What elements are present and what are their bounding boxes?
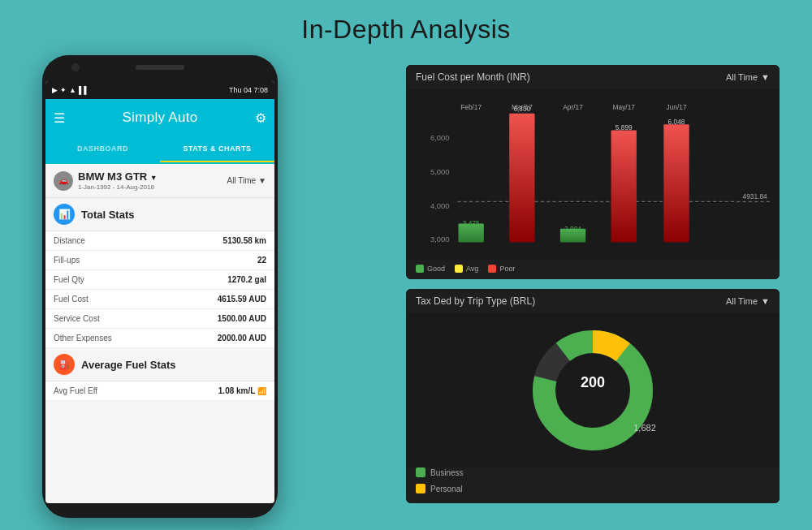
car-name: BMW M3 GTR ▼ — [78, 170, 158, 183]
svg-text:Jun/17: Jun/17 — [667, 103, 687, 111]
svg-text:3,000: 3,000 — [430, 235, 450, 244]
time-filter[interactable]: All Time ▼ — [227, 176, 266, 185]
donut-chart-header: Tax Ded by Trip Type (BRL) All Time ▼ — [406, 289, 780, 313]
svg-rect-8 — [458, 224, 483, 243]
table-row: Distance 5130.58 km — [45, 231, 274, 251]
charts-panel: Fuel Cost per Month (INR) All Time ▼ 3,0… — [406, 65, 780, 503]
svg-text:6,000: 6,000 — [430, 133, 450, 142]
svg-text:6,330: 6,330 — [513, 105, 530, 113]
bar-chart-header: Fuel Cost per Month (INR) All Time ▼ — [406, 65, 780, 89]
fuel-icon: ⛽ — [54, 354, 75, 375]
car-info: 🚗 BMW M3 GTR ▼ 1-Jan-1992 - 14-Aug-2018 … — [45, 164, 274, 198]
total-stats-header: 📊 Total Stats — [45, 198, 274, 231]
car-icon: 🚗 — [54, 171, 73, 191]
personal-dot — [416, 484, 425, 493]
youtube-icon: ▶ — [52, 86, 58, 94]
total-stats-rows: Distance 5130.58 km Fill-ups 22 Fuel Qty… — [45, 231, 274, 348]
status-bar: ▶ ✦ ▲ ▌▌ Thu 04 7:08 — [45, 81, 274, 99]
business-dot — [416, 468, 425, 477]
table-row: Other Expenses 2000.00 AUD — [45, 329, 274, 348]
phone-mockup: ▶ ✦ ▲ ▌▌ Thu 04 7:08 ☰ Simply Auto ⚙ DAS… — [42, 55, 278, 518]
svg-text:4,000: 4,000 — [430, 201, 450, 210]
good-dot — [416, 265, 424, 273]
bar-chart-filter[interactable]: All Time ▼ — [726, 72, 770, 82]
dropdown-icon: ▼ — [258, 176, 266, 185]
bar-chart-svg: 3,000 4,000 5,000 6,000 4931.84 Feb/17 3… — [430, 97, 770, 255]
donut-svg: 200 1,682 — [455, 325, 731, 455]
wifi-icon: ▲ — [69, 86, 76, 94]
table-row: Fuel Qty 1270.2 gal — [45, 270, 274, 290]
legend-business: Business — [416, 468, 770, 477]
total-stats-title: Total Stats — [81, 209, 135, 221]
svg-rect-17 — [611, 131, 637, 243]
svg-text:Feb/17: Feb/17 — [460, 103, 482, 111]
legend-personal: Personal — [416, 484, 770, 493]
status-time: Thu 04 7:08 — [229, 86, 268, 94]
signal-icon: ▌▌ — [79, 86, 89, 94]
donut-chart-legend: Business Personal — [406, 468, 780, 503]
donut-chart-card: Tax Ded by Trip Type (BRL) All Time ▼ — [406, 289, 780, 503]
svg-text:Apr/17: Apr/17 — [563, 103, 583, 111]
bar-chart-legend: Good Avg Poor — [406, 260, 780, 279]
table-row: Fuel Cost 4615.59 AUD — [45, 290, 274, 309]
legend-avg: Avg — [455, 265, 478, 273]
car-dates: 1-Jan-1992 - 14-Aug-2018 — [78, 183, 158, 191]
avg-fuel-header: ⛽ Average Fuel Stats — [45, 348, 274, 381]
table-row: Fill-ups 22 — [45, 251, 274, 270]
phone-speaker — [136, 65, 184, 70]
tab-stats-charts[interactable]: STATS & CHARTS — [160, 136, 274, 162]
legend-good: Good — [416, 265, 445, 273]
phone-camera — [71, 63, 80, 71]
tabs-bar: DASHBOARD STATS & CHARTS — [45, 136, 274, 164]
car-details: BMW M3 GTR ▼ 1-Jan-1992 - 14-Aug-2018 — [78, 170, 158, 191]
donut-chart-title: Tax Ded by Trip Type (BRL) — [416, 295, 535, 307]
avg-fuel-value: 1.08 km/L 📶 — [218, 386, 266, 395]
bluetooth-icon: ✦ — [60, 86, 67, 94]
phone-screen: ▶ ✦ ▲ ▌▌ Thu 04 7:08 ☰ Simply Auto ⚙ DAS… — [45, 81, 274, 503]
car-info-left: 🚗 BMW M3 GTR ▼ 1-Jan-1992 - 14-Aug-2018 — [54, 170, 158, 191]
legend-poor: Poor — [488, 265, 515, 273]
bar-chart-title: Fuel Cost per Month (INR) — [416, 71, 530, 83]
tab-dashboard[interactable]: DASHBOARD — [45, 136, 160, 162]
app-title: Simply Auto — [122, 110, 197, 126]
avg-dot — [455, 265, 463, 273]
svg-text:4931.84: 4931.84 — [743, 192, 768, 200]
svg-text:May/17: May/17 — [613, 103, 636, 111]
stats-icon: 📊 — [54, 204, 75, 225]
svg-rect-11 — [509, 114, 534, 243]
svg-point-24 — [559, 356, 627, 424]
chevron-down-icon: ▼ — [150, 174, 158, 182]
bar-chart-area: 3,000 4,000 5,000 6,000 4931.84 Feb/17 3… — [406, 89, 780, 260]
svg-rect-14 — [560, 229, 585, 243]
svg-rect-20 — [663, 124, 689, 242]
status-left-icons: ▶ ✦ ▲ ▌▌ — [52, 86, 89, 94]
bar-chart-mini-icon: 📶 — [257, 387, 266, 395]
app-header: ☰ Simply Auto ⚙ — [45, 99, 274, 136]
svg-text:5,000: 5,000 — [430, 167, 450, 176]
svg-text:1,682: 1,682 — [633, 423, 656, 433]
hamburger-icon[interactable]: ☰ — [54, 110, 65, 126]
avg-fuel-title: Average Fuel Stats — [81, 359, 176, 371]
table-row: Avg Fuel Eff 1.08 km/L 📶 — [45, 381, 274, 401]
poor-dot — [488, 265, 496, 273]
donut-chart-area: 200 1,682 — [406, 313, 780, 468]
donut-chart-filter[interactable]: All Time ▼ — [726, 296, 770, 306]
settings-icon[interactable]: ⚙ — [255, 110, 266, 126]
page-title: In-Depth Analysis — [0, 0, 812, 45]
bar-chart-card: Fuel Cost per Month (INR) All Time ▼ 3,0… — [406, 65, 780, 279]
table-row: Service Cost 1500.00 AUD — [45, 309, 274, 329]
svg-text:200: 200 — [581, 374, 605, 390]
svg-text:5,899: 5,899 — [615, 123, 633, 131]
dropdown-icon: ▼ — [761, 296, 770, 306]
dropdown-icon: ▼ — [761, 72, 770, 82]
